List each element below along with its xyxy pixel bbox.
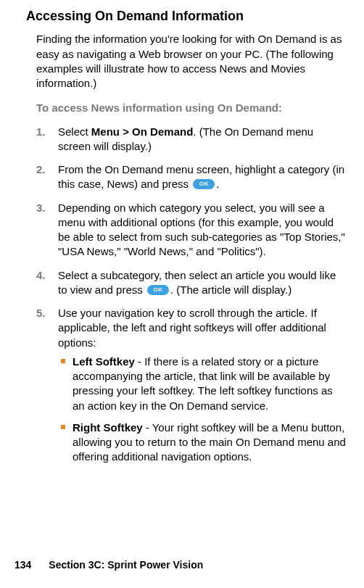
step-number: 4. bbox=[36, 268, 46, 283]
ok-button-icon: OK bbox=[147, 285, 169, 295]
step-5: 5. Use your navigation key to scroll thr… bbox=[36, 306, 347, 465]
square-bullet-icon bbox=[61, 425, 65, 429]
subheading: To access News information using On Dema… bbox=[36, 101, 347, 115]
step-number: 2. bbox=[36, 162, 46, 177]
ok-button-icon: OK bbox=[193, 179, 215, 189]
bullet-right-softkey: Right Softkey - Your right softkey will … bbox=[58, 421, 347, 465]
step-4: 4. Select a subcategory, then select an … bbox=[36, 268, 347, 298]
step-text-tail: . bbox=[216, 178, 219, 190]
page-footer: 134Section 3C: Sprint Power Vision bbox=[15, 558, 203, 572]
menu-path: Menu > On Demand bbox=[91, 125, 193, 138]
step-text: Use your navigation key to scroll throug… bbox=[58, 307, 326, 349]
step-text: Depending on which category you select, … bbox=[58, 202, 345, 258]
step-1: 1. Select Menu > On Demand. (The On Dema… bbox=[36, 125, 347, 154]
page-number: 134 bbox=[15, 559, 31, 571]
square-bullet-icon bbox=[61, 359, 65, 363]
step-number: 5. bbox=[36, 306, 46, 320]
bullet-label: Left Softkey bbox=[73, 355, 135, 368]
bullet-list: Left Softkey - If there is a related sto… bbox=[58, 355, 347, 465]
step-number: 3. bbox=[36, 201, 46, 215]
step-2: 2. From the On Demand menu screen, highl… bbox=[36, 162, 347, 192]
intro-paragraph: Finding the information you're looking f… bbox=[36, 32, 347, 91]
bullet-left-softkey: Left Softkey - If there is a related sto… bbox=[58, 355, 347, 413]
step-3: 3. Depending on which category you selec… bbox=[36, 201, 347, 260]
page-title: Accessing On Demand Information bbox=[26, 7, 347, 25]
bullet-label: Right Softkey bbox=[73, 421, 143, 434]
step-number: 1. bbox=[36, 125, 46, 139]
step-text-tail: . (The article will display.) bbox=[170, 283, 291, 296]
section-label: Section 3C: Sprint Power Vision bbox=[49, 559, 203, 571]
step-text: Select bbox=[58, 125, 91, 138]
steps-list: 1. Select Menu > On Demand. (The On Dema… bbox=[36, 125, 347, 465]
